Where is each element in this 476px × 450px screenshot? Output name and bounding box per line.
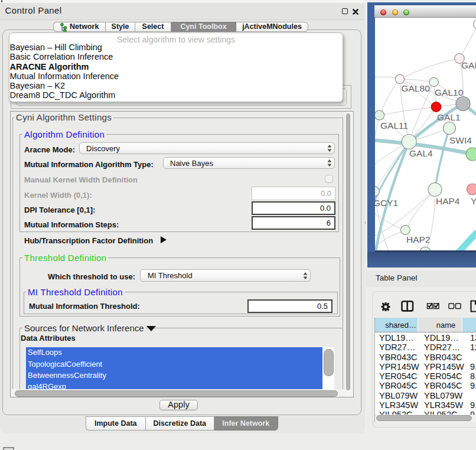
svg-text:GAL1: GAL1 [437, 112, 461, 122]
svg-text:GAL10: GAL10 [435, 87, 464, 97]
svg-text:GAL2: GAL2 [461, 60, 476, 70]
svg-text:GAL4: GAL4 [409, 148, 433, 158]
svg-text:Y: Y [471, 196, 476, 206]
svg-text:GAL11: GAL11 [380, 120, 408, 131]
svg-text:HAP4: HAP4 [436, 196, 460, 206]
svg-text:GAL80: GAL80 [402, 83, 431, 93]
svg-text:SWI4: SWI4 [449, 135, 472, 145]
svg-text:HAP2: HAP2 [406, 234, 431, 244]
svg-text:GCY1: GCY1 [375, 198, 398, 208]
